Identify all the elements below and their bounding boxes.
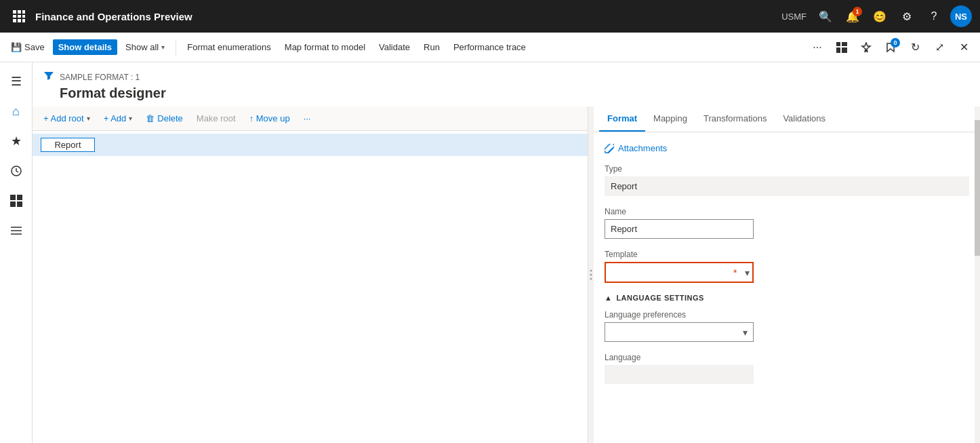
help-icon[interactable]: ? <box>923 5 945 27</box>
sidebar-home-icon[interactable]: ⌂ <box>3 98 30 125</box>
sidebar-recent-icon[interactable] <box>3 157 30 185</box>
command-bar-right: ··· 0 ↻ ⤢ ✕ <box>807 37 975 58</box>
template-input[interactable] <box>606 263 731 282</box>
svg-rect-2 <box>22 10 25 14</box>
svg-rect-1 <box>18 10 21 14</box>
sidebar: ☰ ⌂ ★ <box>0 62 33 443</box>
app-grid-icon[interactable] <box>8 5 30 27</box>
tab-validations[interactable]: Validations <box>775 107 834 132</box>
language-preferences-arrow[interactable]: ▾ <box>737 327 753 338</box>
svg-rect-3 <box>13 15 16 18</box>
svg-rect-0 <box>13 10 16 14</box>
tree-more-button[interactable]: ··· <box>298 111 317 126</box>
format-enumerations-label: Format enumerations <box>187 42 271 52</box>
make-root-label: Make root <box>197 113 236 123</box>
command-bar: 💾 Save Show details Show all ▾ Format en… <box>0 33 980 62</box>
org-label: USMF <box>781 12 807 22</box>
tab-format-label: Format <box>607 113 637 123</box>
language-preferences-field-group: Language preferences ▾ <box>605 310 969 342</box>
svg-point-21 <box>590 270 592 272</box>
make-root-button[interactable]: Make root <box>191 111 241 126</box>
template-required-star: * <box>731 267 739 278</box>
props-panel: Format Mapping Transformations Validatio… <box>594 107 980 443</box>
name-field-input[interactable] <box>605 219 754 239</box>
language-label: Language <box>605 353 969 362</box>
top-actions: USMF 🔍 🔔 1 😊 ⚙ ? NS <box>781 5 972 27</box>
bookmark-badge: 0 <box>891 38 900 47</box>
close-icon[interactable]: ✕ <box>953 37 975 58</box>
language-field-group: Language <box>605 353 969 384</box>
svg-point-23 <box>590 278 592 280</box>
filter-icon[interactable] <box>43 71 54 84</box>
pin-icon[interactable] <box>855 37 877 58</box>
language-preferences-dropdown[interactable]: ▾ <box>605 322 754 342</box>
app-title: Finance and Operations Preview <box>35 11 781 22</box>
map-format-to-model-button[interactable]: Map format to model <box>279 39 371 55</box>
panel-divider[interactable] <box>588 107 594 443</box>
right-scrollbar[interactable] <box>975 107 980 443</box>
add-root-arrow: ▾ <box>87 115 90 122</box>
attachments-link[interactable]: Attachments <box>605 143 969 153</box>
layout-icon[interactable] <box>831 37 853 58</box>
more-icon: ··· <box>813 41 821 54</box>
tab-mapping-label: Mapping <box>653 113 687 123</box>
add-root-button[interactable]: + Add root ▾ <box>38 111 96 126</box>
save-button[interactable]: 💾 Save <box>5 39 50 55</box>
add-root-label: + Add root <box>43 113 84 123</box>
tab-mapping[interactable]: Mapping <box>645 107 695 132</box>
validate-button[interactable]: Validate <box>373 39 415 55</box>
tab-format[interactable]: Format <box>599 107 645 132</box>
sidebar-modules-icon[interactable] <box>3 217 30 244</box>
notification-icon[interactable]: 🔔 1 <box>842 5 863 27</box>
show-all-dropdown-arrow: ▾ <box>161 43 165 51</box>
svg-rect-16 <box>10 201 16 207</box>
add-button[interactable]: + Add ▾ <box>98 111 138 126</box>
template-dropdown[interactable]: * ▾ <box>605 262 754 283</box>
name-field-group: Name <box>605 207 969 239</box>
map-format-to-model-label: Map format to model <box>285 42 365 52</box>
delete-button[interactable]: 🗑 Delete <box>140 111 188 126</box>
tree-toolbar: + Add root ▾ + Add ▾ 🗑 Delete Make root <box>33 107 588 131</box>
settings-icon[interactable]: ⚙ <box>896 5 918 27</box>
format-enumerations-button[interactable]: Format enumerations <box>182 39 277 55</box>
sidebar-favorites-icon[interactable]: ★ <box>3 128 30 155</box>
save-label: Save <box>24 42 45 52</box>
open-new-icon[interactable]: ⤢ <box>928 37 950 58</box>
search-icon[interactable]: 🔍 <box>815 5 836 27</box>
tree-item-report[interactable]: Report <box>33 134 588 156</box>
content-area: SAMPLE FORMAT : 1 Format designer + Add … <box>33 62 980 443</box>
performance-trace-button[interactable]: Performance trace <box>448 39 531 55</box>
language-settings-section[interactable]: ▲ LANGUAGE SETTINGS <box>605 294 969 302</box>
scrollbar-thumb <box>975 120 980 256</box>
svg-rect-12 <box>842 47 847 53</box>
tree-more-label: ··· <box>304 113 311 123</box>
props-content: Attachments Type Report Name Template <box>594 132 980 443</box>
language-value <box>605 365 754 384</box>
sidebar-menu-icon[interactable]: ☰ <box>3 68 30 95</box>
more-options-button[interactable]: ··· <box>807 37 828 58</box>
template-dropdown-arrow[interactable]: ▾ <box>739 267 755 278</box>
bookmark-icon[interactable]: 0 <box>880 37 901 58</box>
run-button[interactable]: Run <box>418 39 445 55</box>
move-up-label: ↑ Move up <box>249 113 290 123</box>
show-all-button[interactable]: Show all ▾ <box>120 39 170 55</box>
type-field-label: Type <box>605 164 969 174</box>
language-preferences-input[interactable] <box>605 323 737 341</box>
face-icon[interactable]: 😊 <box>869 5 891 27</box>
move-up-button[interactable]: ↑ Move up <box>244 111 295 126</box>
svg-rect-15 <box>17 195 22 200</box>
sidebar-workspaces-icon[interactable] <box>3 187 30 214</box>
run-label: Run <box>424 42 440 52</box>
svg-rect-14 <box>10 195 16 200</box>
show-all-label: Show all <box>125 42 159 52</box>
language-preferences-label: Language preferences <box>605 310 969 320</box>
svg-rect-9 <box>836 42 840 46</box>
title-bar: Finance and Operations Preview USMF 🔍 🔔 … <box>0 0 980 33</box>
show-details-label: Show details <box>58 42 112 52</box>
show-details-button[interactable]: Show details <box>53 39 117 55</box>
svg-point-22 <box>590 274 592 276</box>
avatar[interactable]: NS <box>950 5 972 27</box>
refresh-icon[interactable]: ↻ <box>904 37 926 58</box>
tab-transformations-label: Transformations <box>703 113 767 123</box>
tab-transformations[interactable]: Transformations <box>695 107 775 132</box>
